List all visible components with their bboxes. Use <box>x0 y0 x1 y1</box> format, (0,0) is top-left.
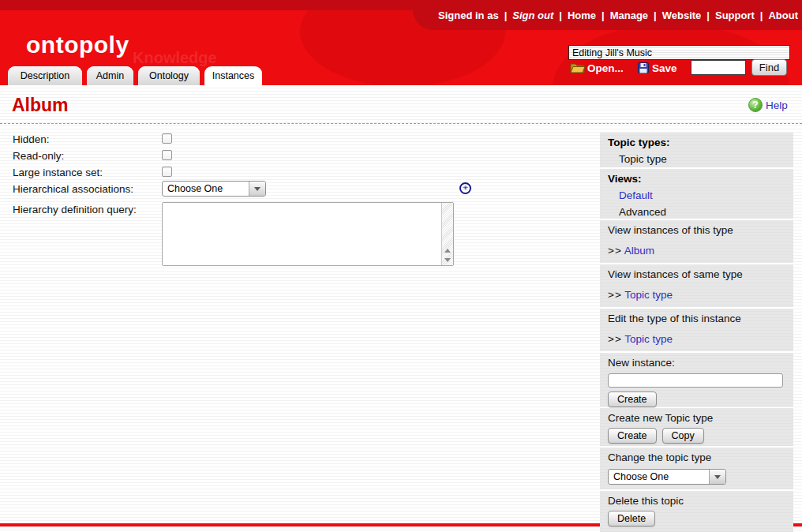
topic-type-link[interactable]: Topic type <box>624 333 673 345</box>
scroll-up-icon[interactable] <box>441 245 453 255</box>
create-topic-type-button[interactable]: Create <box>608 428 657 444</box>
ontopoly-logo: ontopoly <box>26 32 129 58</box>
large-instance-set-label: Large instance set: <box>13 167 103 178</box>
view-default-link[interactable]: Default <box>619 189 785 201</box>
knowledge-watermark: Knowledge <box>133 49 217 67</box>
nav-support[interactable]: Support <box>701 9 754 21</box>
readonly-label: Read-only: <box>13 150 64 162</box>
sidebar-new-instance: New instance: Create <box>600 353 793 406</box>
nav-home[interactable]: Home <box>553 9 596 21</box>
select-value: Choose One <box>163 182 249 196</box>
arrow-prefix: >> <box>608 245 622 257</box>
section-title: Create new Topic type <box>608 412 785 424</box>
chevron-down-icon <box>249 182 265 196</box>
select-value: Choose One <box>609 470 709 484</box>
help-icon[interactable]: ? <box>748 98 763 112</box>
hierarchy-query-label: Hierarchy definition query: <box>13 204 137 215</box>
new-instance-label: New instance: <box>608 357 785 369</box>
hierarchical-associations-label: Hierarchical associations: <box>13 183 133 195</box>
nav-manage[interactable]: Manage <box>596 9 648 21</box>
section-title: View instances of this type <box>608 224 785 236</box>
large-instance-set-checkbox[interactable] <box>162 167 172 177</box>
view-advanced[interactable]: Advanced <box>619 206 785 218</box>
copy-topic-type-button[interactable]: Copy <box>662 428 704 444</box>
save-button[interactable]: Save <box>652 62 677 74</box>
change-topic-type-select[interactable]: Choose One <box>608 469 726 485</box>
tab-instances[interactable]: Instances <box>204 66 262 85</box>
hierarchy-query-field <box>162 202 454 266</box>
help-link[interactable]: Help <box>766 99 788 111</box>
delete-topic-button[interactable]: Delete <box>608 511 655 526</box>
section-title: Edit the type of this instance <box>608 313 785 324</box>
arrow-prefix: >> <box>608 333 622 345</box>
tab-ontology[interactable]: Ontology <box>138 66 200 85</box>
sidebar-edit-type-of-instance: Edit the type of this instance >> Topic … <box>600 309 793 351</box>
open-folder-icon[interactable] <box>570 61 585 77</box>
hierarchical-associations-select[interactable]: Choose One <box>162 181 266 197</box>
page-title: Album <box>12 95 69 116</box>
hidden-checkbox[interactable] <box>162 133 172 144</box>
topic-types-item[interactable]: Topic type <box>619 153 785 165</box>
section-title: View instances of same type <box>608 268 785 280</box>
create-instance-button[interactable]: Create <box>608 392 657 407</box>
tab-description[interactable]: Description <box>8 66 82 85</box>
album-link[interactable]: Album <box>624 245 654 257</box>
sidebar-views: Views: Default Advanced <box>600 169 793 219</box>
readonly-checkbox[interactable] <box>162 150 172 160</box>
scroll-down-icon[interactable] <box>441 255 453 264</box>
tab-admin[interactable]: Admin <box>87 66 133 85</box>
open-button[interactable]: Open... <box>587 62 624 74</box>
sidebar-view-instances-same-type: View instances of same type >> Topic typ… <box>600 264 793 307</box>
sidebar-delete-topic: Delete this topic Delete <box>600 491 793 532</box>
sidebar-create-new-topic-type: Create new Topic type Create Copy <box>600 408 793 446</box>
top-nav: Signed in as Sign out Home Manage Websit… <box>413 0 802 30</box>
nav-website[interactable]: Website <box>648 9 701 21</box>
nav-about[interactable]: About <box>755 9 798 21</box>
find-input[interactable] <box>691 60 746 75</box>
nav-sign-out[interactable]: Sign out <box>499 9 554 21</box>
tab-bar: Description Admin Ontology Instances <box>8 66 262 85</box>
cardinality-icon[interactable]: ✳ <box>459 182 471 194</box>
ontopoly-app: Signed in as Sign out Home Manage Websit… <box>0 0 802 532</box>
topic-types-heading: Topic types: <box>608 137 785 148</box>
find-button[interactable]: Find <box>751 59 787 76</box>
sidebar-topic-types: Topic types: Topic type <box>600 133 793 167</box>
new-instance-input[interactable] <box>608 373 783 388</box>
section-title: Delete this topic <box>608 495 785 507</box>
title-separator <box>0 123 802 124</box>
chevron-down-icon <box>709 470 725 484</box>
hierarchy-query-textarea[interactable] <box>163 203 441 265</box>
hidden-label: Hidden: <box>13 133 50 145</box>
section-title: Change the topic type <box>608 451 785 463</box>
nav-signed-in-as: Signed in as <box>438 9 499 21</box>
sidebar-change-topic-type: Change the topic type Choose One <box>600 448 793 489</box>
arrow-prefix: >> <box>608 289 622 301</box>
editing-topicmap-title: Editing Jill's Music <box>568 45 790 60</box>
views-heading: Views: <box>608 173 785 185</box>
save-floppy-icon[interactable] <box>638 62 649 77</box>
header: Signed in as Sign out Home Manage Websit… <box>0 0 802 85</box>
sidebar-view-instances-this-type: View instances of this type >> Album <box>600 220 793 263</box>
topic-type-link[interactable]: Topic type <box>624 289 673 301</box>
